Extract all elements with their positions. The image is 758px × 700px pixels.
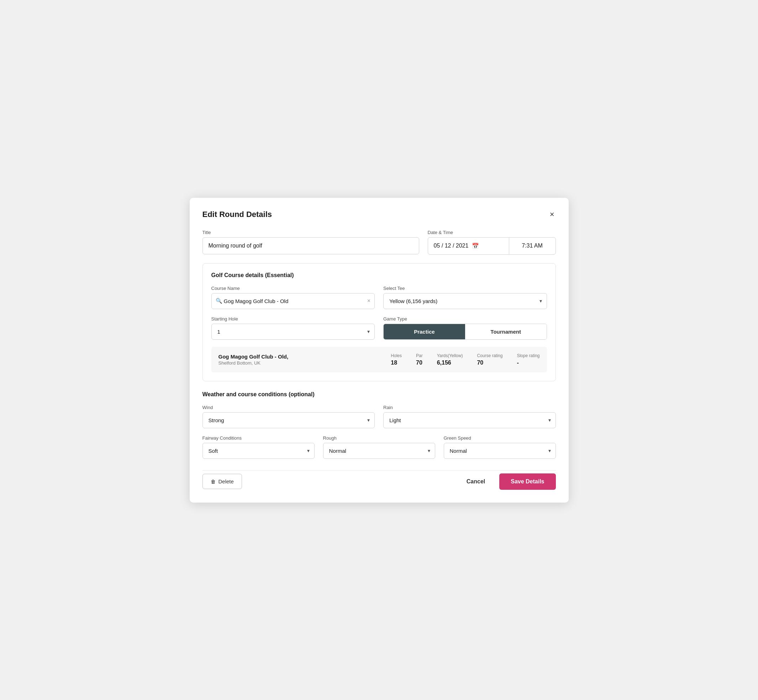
rain-label: Rain — [383, 405, 556, 410]
course-name-input-wrap: 🔍 × — [211, 293, 375, 309]
slope-rating-label: Slope rating — [517, 353, 539, 358]
practice-toggle-button[interactable]: Practice — [384, 324, 465, 339]
calendar-icon: 📅 — [472, 242, 479, 249]
green-speed-dropdown[interactable]: SlowNormalFast — [444, 443, 556, 459]
footer-right: Cancel Save Details — [461, 473, 556, 490]
rough-field-group: Rough SoftNormalHard ▾ — [323, 435, 435, 459]
select-tee-field-group: Select Tee Yellow (6,156 yards) ▾ — [383, 286, 547, 309]
weather-section: Weather and course conditions (optional)… — [202, 391, 556, 459]
fairway-dropdown[interactable]: SoftNormalHard — [202, 443, 315, 459]
modal-header: Edit Round Details × — [202, 209, 556, 220]
slope-rating-value: - — [517, 359, 539, 366]
rough-select-wrap: SoftNormalHard ▾ — [323, 443, 435, 459]
rain-dropdown[interactable]: NoneLightModerateHeavy — [383, 412, 556, 428]
course-info-card: Gog Magog Golf Club - Old, Shelford Bott… — [211, 347, 547, 372]
select-tee-dropdown[interactable]: Yellow (6,156 yards) — [383, 293, 547, 309]
green-speed-select-wrap: SlowNormalFast ▾ — [444, 443, 556, 459]
starting-hole-wrap: 1234 5678 910 ▾ — [211, 324, 375, 340]
date-time-row: 05 / 12 / 2021 📅 7:31 AM — [428, 237, 556, 255]
weather-row-1: Wind NoneLightModerateStrong ▾ Rain None… — [202, 405, 556, 428]
game-type-field-group: Game Type Practice Tournament — [383, 316, 547, 340]
course-info-name: Gog Magog Golf Club - Old, Shelford Bott… — [219, 353, 391, 366]
date-time-label: Date & Time — [428, 230, 556, 235]
wind-field-group: Wind NoneLightModerateStrong ▾ — [202, 405, 375, 428]
holes-value: 18 — [391, 359, 402, 366]
wind-dropdown[interactable]: NoneLightModerateStrong — [202, 412, 375, 428]
fairway-field-group: Fairway Conditions SoftNormalHard ▾ — [202, 435, 315, 459]
slope-rating-stat: Slope rating - — [517, 353, 539, 366]
par-label: Par — [416, 353, 423, 358]
fairway-select-wrap: SoftNormalHard ▾ — [202, 443, 315, 459]
course-name-main: Gog Magog Golf Club - Old, — [219, 353, 391, 359]
yards-label: Yards(Yellow) — [437, 353, 463, 358]
title-field-group: Title — [202, 230, 419, 255]
wind-select-wrap: NoneLightModerateStrong ▾ — [202, 412, 375, 428]
course-rating-stat: Course rating 70 — [477, 353, 503, 366]
course-stats: Holes 18 Par 70 Yards(Yellow) 6,156 Cour… — [391, 353, 539, 366]
delete-label: Delete — [219, 478, 234, 484]
fairway-label: Fairway Conditions — [202, 435, 315, 441]
course-name-field-group: Course Name 🔍 × — [211, 286, 375, 309]
time-value: 7:31 AM — [522, 242, 543, 249]
rain-field-group: Rain NoneLightModerateHeavy ▾ — [383, 405, 556, 428]
time-part[interactable]: 7:31 AM — [509, 238, 556, 254]
weather-row-2: Fairway Conditions SoftNormalHard ▾ Roug… — [202, 435, 556, 459]
trash-icon: 🗑 — [211, 479, 216, 484]
search-icon: 🔍 — [216, 298, 222, 304]
delete-button[interactable]: 🗑 Delete — [202, 474, 242, 489]
course-section: Golf Course details (Essential) Course N… — [202, 263, 556, 381]
edit-round-modal: Edit Round Details × Title Date & Time 0… — [190, 198, 568, 503]
course-rating-label: Course rating — [477, 353, 503, 358]
course-name-input[interactable] — [211, 293, 375, 309]
green-speed-label: Green Speed — [444, 435, 556, 441]
starting-hole-game-type-row: Starting Hole 1234 5678 910 ▾ Game Type … — [211, 316, 547, 340]
yards-value: 6,156 — [437, 359, 463, 366]
course-section-title: Golf Course details (Essential) — [211, 272, 547, 278]
date-part[interactable]: 05 / 12 / 2021 📅 — [428, 238, 509, 254]
holes-label: Holes — [391, 353, 402, 358]
wind-label: Wind — [202, 405, 375, 410]
modal-title: Edit Round Details — [202, 210, 272, 219]
rain-select-wrap: NoneLightModerateHeavy ▾ — [383, 412, 556, 428]
par-value: 70 — [416, 359, 423, 366]
game-type-label: Game Type — [383, 316, 547, 322]
select-tee-wrap: Yellow (6,156 yards) ▾ — [383, 293, 547, 309]
yards-stat: Yards(Yellow) 6,156 — [437, 353, 463, 366]
clear-icon[interactable]: × — [367, 298, 370, 304]
tournament-toggle-button[interactable]: Tournament — [465, 324, 547, 339]
starting-hole-label: Starting Hole — [211, 316, 375, 322]
holes-stat: Holes 18 — [391, 353, 402, 366]
close-button[interactable]: × — [548, 209, 556, 220]
green-speed-field-group: Green Speed SlowNormalFast ▾ — [444, 435, 556, 459]
starting-hole-dropdown[interactable]: 1234 5678 910 — [211, 324, 375, 340]
date-time-group: Date & Time 05 / 12 / 2021 📅 7:31 AM — [428, 230, 556, 255]
title-label: Title — [202, 230, 419, 235]
save-button[interactable]: Save Details — [499, 473, 556, 490]
rough-label: Rough — [323, 435, 435, 441]
date-value: 05 / 12 / 2021 — [434, 242, 469, 249]
rough-dropdown[interactable]: SoftNormalHard — [323, 443, 435, 459]
course-rating-value: 70 — [477, 359, 503, 366]
game-type-toggle: Practice Tournament — [383, 324, 547, 340]
top-section: Title Date & Time 05 / 12 / 2021 📅 7:31 … — [202, 230, 556, 255]
course-name-sub: Shelford Bottom, UK — [219, 360, 391, 366]
starting-hole-field-group: Starting Hole 1234 5678 910 ▾ — [211, 316, 375, 340]
par-stat: Par 70 — [416, 353, 423, 366]
modal-footer: 🗑 Delete Cancel Save Details — [202, 470, 556, 490]
weather-section-title: Weather and course conditions (optional) — [202, 391, 556, 398]
select-tee-label: Select Tee — [383, 286, 547, 291]
course-name-label: Course Name — [211, 286, 375, 291]
cancel-button[interactable]: Cancel — [461, 474, 491, 489]
title-input[interactable] — [202, 237, 419, 254]
course-name-tee-row: Course Name 🔍 × Select Tee Yellow (6,156… — [211, 286, 547, 309]
